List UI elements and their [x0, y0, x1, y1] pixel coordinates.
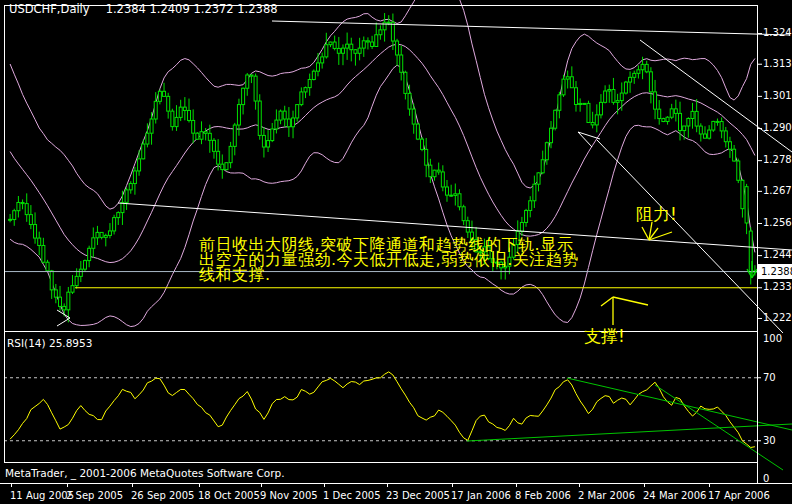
candle-body: [92, 238, 95, 248]
trend-line: [272, 21, 790, 35]
candle-body: [412, 109, 415, 124]
rsi-indicator-label: RSI(14) 25.8953: [7, 337, 92, 349]
candle-body: [59, 297, 62, 306]
price-axis-label: 1.2900: [763, 122, 792, 133]
candle-body: [167, 96, 170, 111]
candle-body: [591, 123, 594, 125]
candle-body: [117, 213, 120, 218]
candle-body: [142, 144, 145, 159]
candle-body: [158, 91, 161, 101]
candle-body: [425, 149, 428, 165]
resistance-label[interactable]: 阻力!: [636, 203, 677, 226]
candle-body: [445, 187, 448, 195]
candle-body: [254, 76, 257, 101]
candle-body: [666, 117, 669, 121]
annotation-line: 线和支撑.: [199, 267, 579, 282]
candle-body: [237, 105, 240, 125]
candle-body: [466, 221, 469, 232]
candle-body: [720, 122, 723, 131]
candle-body: [404, 72, 407, 93]
price-axis-label: 1.3240: [763, 27, 792, 38]
candle-body: [391, 22, 394, 41]
candle-body: [354, 50, 357, 54]
current-price-tag: 1.2388: [757, 264, 792, 279]
candle-body: [100, 232, 103, 237]
candle-body: [433, 170, 436, 177]
price-axis-label: 1.3015: [763, 90, 792, 101]
candle-body: [212, 140, 215, 151]
candle-body: [683, 126, 686, 131]
rsi-trend-line: [655, 385, 783, 470]
candle-body: [558, 95, 561, 110]
candle-body: [654, 92, 657, 109]
candle-body: [17, 202, 20, 210]
candle-body: [196, 133, 199, 139]
candle-body: [337, 48, 340, 53]
candle-body: [208, 133, 211, 140]
candle-body: [550, 128, 553, 142]
candle-body: [745, 187, 748, 223]
candle-body: [699, 126, 702, 134]
candle-body: [371, 42, 374, 46]
candle-body: [88, 248, 91, 260]
price-axis-label: 1.2560: [763, 217, 792, 228]
candle-body: [283, 111, 286, 119]
copyright-text: MetaTrader, _ 2001-2006 MetaQuotes Softw…: [5, 467, 284, 479]
candle-body: [279, 111, 282, 120]
candle-body: [125, 190, 128, 203]
candle-body: [454, 194, 457, 196]
annotation-text[interactable]: 前日收出大阴线,突破下降通道和趋势线的下轨.显示 出空方的力量强劲.今天低开低走…: [199, 237, 579, 282]
candle-body: [225, 163, 228, 170]
candle-body: [312, 71, 315, 79]
date-label: 17 Jan 2006: [451, 490, 511, 501]
candle-body: [383, 22, 386, 30]
ohlc-values: 1.2384 1.2409 1.2372 1.2388: [106, 2, 278, 16]
candle-body: [616, 101, 619, 103]
candle-body: [712, 121, 715, 130]
candle-body: [108, 231, 111, 235]
candle-body: [21, 202, 24, 203]
candle-body: [641, 64, 644, 69]
candle-body: [633, 73, 636, 77]
support-label[interactable]: 支撑!: [584, 325, 625, 348]
candle-body: [362, 41, 365, 48]
candle-body: [9, 219, 12, 220]
candle-body: [520, 222, 523, 231]
candle-body: [604, 91, 607, 102]
candle-body: [716, 121, 719, 122]
candle-body: [204, 132, 207, 134]
candle-body: [595, 115, 598, 125]
date-label: 18 Oct 2005: [198, 490, 260, 501]
candle-body: [437, 170, 440, 172]
candle-body: [246, 75, 249, 88]
candle-body: [192, 120, 195, 133]
candle-body: [695, 111, 698, 126]
candle-body: [258, 101, 261, 135]
candle-body: [233, 125, 236, 146]
candle-body: [737, 161, 740, 180]
price-axis-label: 1.2785: [763, 154, 792, 165]
candle-body: [608, 90, 611, 91]
candle-body: [741, 180, 744, 208]
candle-body: [691, 111, 694, 118]
candle-body: [649, 72, 652, 92]
date-label: 17 Apr 2006: [708, 490, 770, 501]
candle-body: [724, 131, 727, 142]
trend-line: [597, 140, 783, 333]
candle-body: [541, 160, 544, 173]
candle-body: [150, 119, 153, 133]
candle-body: [379, 30, 382, 35]
candle-body: [645, 64, 648, 71]
candle-body: [554, 110, 557, 128]
candle-body: [325, 45, 328, 57]
candle-body: [304, 88, 307, 92]
candle-body: [687, 118, 690, 126]
candle-body: [221, 164, 224, 169]
candle-body: [670, 109, 673, 117]
candle-body: [13, 211, 16, 220]
rsi-line: [10, 372, 755, 448]
candle-body: [229, 146, 232, 162]
candle-body: [387, 22, 390, 23]
date-label: 2 Mar 2006: [578, 490, 635, 501]
date-label: 2 Sep 2005: [66, 490, 123, 501]
